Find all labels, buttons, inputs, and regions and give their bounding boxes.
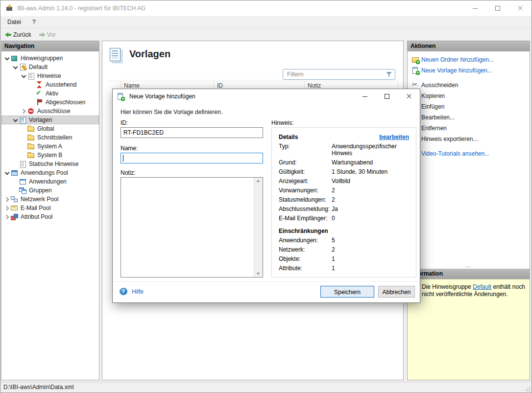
tree-item-aktiv[interactable]: Aktiv [1,89,99,98]
chevron-down-icon[interactable] [12,63,19,71]
detail-row: Netzwerk:2 [279,246,409,253]
action-entfernen[interactable]: Entfernen [408,123,530,134]
chevron-down-icon[interactable] [20,72,27,80]
action-einfügen[interactable]: Einfügen [408,101,530,112]
action-kopieren[interactable]: Kopieren [408,91,530,101]
chevron-right-icon[interactable] [3,195,10,203]
scroll-down-icon[interactable] [256,273,260,275]
dialog-close-button[interactable] [398,89,420,103]
chevron-down-icon[interactable] [12,116,19,124]
restrictions-heading: Einschränkungen [279,228,409,234]
tree-item-hinweisgruppen[interactable]: Hinweisgruppen [1,54,99,63]
tree-item-gruppen[interactable]: Gruppen [1,186,99,195]
filter-input[interactable] [283,69,395,80]
tree-item-vorlagen[interactable]: Vorlagen [1,116,99,124]
window-controls [464,0,532,16]
tree-item-label: Anwendungs Pool [21,169,68,176]
close-button[interactable] [509,0,532,16]
navigation-tree: HinweisgruppenDefaultHinweiseAusstehendA… [1,51,99,221]
app-window: IBI-aws Admin 1.24.0 - registriert für I… [0,0,532,393]
menu-datei[interactable]: Datei [3,16,25,28]
window-icon [19,178,26,185]
action-item-label: Entfernen [421,125,447,132]
chevron-right-icon[interactable] [3,213,10,221]
titlebar: IBI-aws Admin 1.24.0 - registriert für I… [0,0,532,16]
statusbar-path: D:\IBI-aws\Admin\Data.xml [3,382,532,393]
action-ausschneiden[interactable]: Ausschneiden [408,80,530,91]
tree-item-system-a[interactable]: System A [1,142,99,151]
tree-item-label: Aktiv [46,90,58,97]
tree-item-netzwerk-pool[interactable]: Netzwerk Pool [1,195,99,204]
action-neuen-ordner-hinzufügen[interactable]: Neuen Ordner hinzufügen... [408,54,530,65]
chevron-right-icon[interactable] [20,107,27,115]
id-field[interactable] [121,127,263,138]
folder-plus-icon [411,56,419,64]
tree-item-label: Hinweise [37,72,61,79]
notes-icon [19,160,26,168]
detail-label: Objekte: [279,255,332,262]
tree-item-label: System A [37,143,62,150]
help-link[interactable]: Hilfe [120,288,144,295]
detail-label: Attribute: [279,265,332,272]
detail-label: Anwendungen: [279,237,332,244]
filter-box [283,69,395,80]
tree-item-ausstehend[interactable]: Ausstehend [1,80,99,89]
expander-spacer [12,178,19,185]
mail-icon [10,204,18,212]
tree-item-label: Default [29,64,48,70]
hinweis-details-panel: Details bearbeiten Typ:Anwendungsspezifi… [271,127,416,277]
dialog-title: Neue Vorlage hinzufügen [129,93,195,100]
dialog-maximize-button[interactable] [376,89,398,103]
tree-item-anwendungs-pool[interactable]: Anwendungs Pool [1,168,99,177]
tree-item-schnittstellen[interactable]: Schnittstellen [1,133,99,142]
notiz-scrollbar[interactable] [254,178,263,277]
tree-item-anwendungen[interactable]: Anwendungen [1,177,99,186]
detail-value: 2 [332,196,409,203]
tree-item-system-b[interactable]: System B [1,151,99,160]
back-button[interactable]: Zurück [1,29,34,40]
dialog-minimize-button[interactable] [354,89,376,103]
dialog-titlebar: Neue Vorlage hinzufügen [113,89,420,104]
network-icon [10,195,18,203]
action-neue-vorlage-hinzufügen[interactable]: Neue Vorlage hinzufügen... [408,65,530,76]
action-hinweis-exportieren[interactable]: Hinweis exportieren... [408,134,530,144]
detail-row: Statusmeldungen:2 [279,196,409,203]
save-button[interactable]: Speichern [320,286,374,298]
hinweis-label: Hinweis: [271,119,293,126]
tree-item-attribut-pool[interactable]: Attribut Pool [1,212,99,221]
minimize-button[interactable] [464,0,486,16]
dialog-footer: Hilfe Speichern Abbrechen [113,281,420,302]
new-template-icon [117,92,124,100]
detail-label: Anzeigeart: [279,178,332,185]
menu-help[interactable]: ? [28,16,40,28]
tree-item-global[interactable]: Global [1,124,99,133]
resize-grip[interactable] [524,385,530,391]
name-field[interactable] [121,153,263,163]
folder-icon [27,151,35,159]
tree-item-default[interactable]: Default [1,63,99,71]
tree-item-ausschlüsse[interactable]: Ausschlüsse [1,107,99,116]
tree-item-hinweise[interactable]: Hinweise [1,71,99,80]
expander-spacer [20,151,27,159]
scroll-up-icon[interactable] [256,180,260,182]
cancel-button[interactable]: Abbrechen [378,286,415,298]
chevron-down-icon[interactable] [3,169,10,177]
tree-item-abgeschlossen[interactable]: Abgeschlossen [1,98,99,107]
tree-item-statische-hinweise[interactable]: Statische Hinweise [1,160,99,168]
bearbeiten-link[interactable]: bearbeiten [379,134,409,140]
expander-spacer [12,160,19,168]
forward-button[interactable]: Vor [35,29,59,40]
check-icon [35,90,43,97]
action-bearbeiten[interactable]: Bearbeiten... [408,112,530,123]
help-icon [120,288,127,295]
action-video-tutorials-ansehen[interactable]: Video-Tutorials ansehen... [408,148,530,159]
chevron-right-icon[interactable] [3,204,10,212]
chevron-down-icon[interactable] [3,54,10,62]
tree-item-label: Schnittstellen [37,134,72,141]
tree-item-e-mail-pool[interactable]: E-Mail Pool [1,204,99,212]
filter-funnel-icon[interactable] [386,71,392,77]
maximize-button[interactable] [486,0,509,16]
page-edit-icon [19,63,26,71]
notiz-textarea[interactable] [121,177,263,277]
default-group-link[interactable]: Default [473,283,491,290]
